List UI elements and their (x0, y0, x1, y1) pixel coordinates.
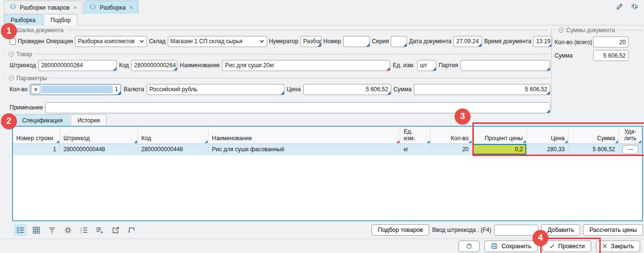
open-external-button[interactable] (109, 224, 122, 236)
collapse-icon[interactable] (9, 27, 14, 33)
collapse-icon[interactable] (9, 51, 14, 57)
collapse-icon[interactable] (558, 27, 564, 33)
group-title: Шапка документа (16, 27, 63, 34)
batch-field[interactable] (460, 60, 550, 71)
grid-view-button[interactable] (30, 224, 43, 236)
collapse-icon[interactable] (9, 75, 14, 81)
col-header-name[interactable]: Наименование (209, 127, 400, 144)
col-label: Сумма (597, 135, 615, 142)
col-header-code[interactable]: Код (138, 127, 209, 144)
col-header-unit[interactable]: Ед. изм. (400, 127, 431, 144)
list-view-button[interactable] (14, 224, 27, 236)
qty-total-field[interactable]: 20 (593, 36, 629, 48)
col-header-sum[interactable]: Сумма (569, 127, 619, 144)
qty-field[interactable]: 1 (30, 84, 121, 95)
toolbar-actions: Подбор товаров Ввод штрихкода : (F4) Доб… (372, 224, 643, 236)
warehouse-select[interactable]: Магазин 1 СП склад сырья (168, 36, 267, 47)
tab-label: Разборка (11, 17, 36, 24)
col-header-delete[interactable]: Уда- лить (619, 127, 642, 144)
cell-name: Рис для суши фасованный (209, 144, 400, 155)
barcode-field[interactable]: 2800000000264 (38, 60, 117, 71)
tab-label: Подбор (50, 17, 71, 24)
warehouse-label: Склад (149, 38, 166, 45)
operation-select[interactable]: Разборка коиплектов (75, 36, 147, 47)
view-tab-bar: Разборка Подбор (4, 14, 79, 25)
proveden-checkbox[interactable] (10, 38, 16, 45)
code-field[interactable]: 2800000000264 (131, 60, 177, 71)
post-button[interactable]: Провести (543, 241, 591, 252)
col-label: Кол-во (451, 135, 469, 142)
tab-separator-line (0, 25, 644, 25)
doc-tab-razborka[interactable]: Разборка × (84, 0, 138, 14)
cell-unit: кг (400, 144, 431, 155)
tab-label: История (77, 117, 100, 124)
sum-field[interactable]: 5 606,52 (414, 84, 550, 95)
cell-price-percent[interactable]: 0,2 (472, 144, 527, 155)
layered-diamond-icon (9, 3, 17, 12)
edit-icon[interactable] (616, 2, 624, 12)
doc-sum-label: Сумма (555, 52, 573, 59)
doc-time-label: Время документа (484, 38, 531, 45)
tab-razborka[interactable]: Разборка (4, 14, 42, 25)
doc-date-value: 27.09.24 (456, 38, 479, 45)
settings-button[interactable] (62, 224, 74, 236)
tab-podbor[interactable]: Подбор (44, 14, 77, 25)
col-header-line-no[interactable]: Номер строки (13, 127, 60, 144)
qty-total-row: Кол-во (всего) 20 (555, 36, 629, 48)
tab-close-icon[interactable]: × (74, 4, 77, 11)
price-field[interactable]: 5 606,52 (303, 84, 391, 95)
table-row[interactable]: 1 2800000000448 2800000000448 Рис для су… (13, 144, 642, 155)
note-row: Примечание (10, 102, 550, 113)
col-label: Номер строки (16, 135, 53, 142)
note-field[interactable] (45, 102, 550, 113)
col-header-qty[interactable]: Кол-во (431, 127, 472, 144)
doc-sum-field[interactable]: 5 606,52 (593, 50, 629, 61)
name-value: Рис для суши 20кг (225, 62, 274, 69)
calc-prices-button[interactable]: Рассчитать цены (583, 224, 643, 236)
chevron-down-icon (139, 39, 144, 44)
currency-field[interactable]: Российский рубль (147, 84, 285, 95)
grid-view-icon (32, 226, 40, 234)
clear-icon[interactable] (31, 85, 40, 94)
doc-time-field[interactable]: 13:19 (533, 36, 552, 47)
save-button[interactable]: Сохранить (484, 241, 537, 252)
cell-code: 2800000000448 (138, 144, 209, 155)
tab-close-icon[interactable]: × (130, 4, 134, 11)
spec-table: Номер строки Штрихкод Код Наименование Е… (12, 126, 643, 221)
button-label: Рассчитать цены (589, 227, 637, 233)
barcode-entry-input[interactable] (494, 225, 538, 236)
number-label: Номер (323, 38, 341, 45)
fit-screen-icon[interactable] (630, 2, 639, 12)
filter-button[interactable] (46, 224, 59, 236)
col-label: Уда- лить (624, 129, 636, 142)
name-field[interactable]: Рис для суши 20кг (222, 60, 390, 71)
numbered-list-button[interactable]: 1 2 3 (77, 224, 90, 236)
numerator-field[interactable]: Разборка (300, 36, 322, 47)
cell-barcode: 2800000000448 (60, 144, 138, 155)
operation-label: Операция (46, 38, 73, 45)
col-header-price[interactable]: Цена (527, 127, 569, 144)
add-button[interactable]: Добавить (541, 224, 580, 236)
code-label: Код (119, 62, 129, 69)
col-header-price-percent[interactable]: Процент цены (472, 127, 527, 144)
button-label: Сохранить (501, 243, 531, 250)
refresh-icon (465, 242, 473, 250)
podbor-tovarov-button[interactable]: Подбор товаров (372, 224, 429, 236)
cell-qty: 20 (431, 144, 472, 155)
series-field[interactable] (391, 36, 407, 47)
delete-row-button[interactable]: — (622, 145, 638, 154)
reload-button[interactable] (125, 224, 138, 236)
add-list-button[interactable] (93, 224, 106, 236)
tab-specifikaciya[interactable]: Спецификация (15, 114, 69, 126)
number-field[interactable] (343, 36, 370, 47)
refresh-button[interactable] (458, 241, 480, 252)
col-header-barcode[interactable]: Штрихкод (60, 127, 138, 144)
close-button[interactable]: Закрыть (596, 241, 640, 252)
doc-tab-razborki-tovarov[interactable]: Разборки товаров × (4, 0, 82, 14)
doc-date-field[interactable]: 27.09.24 (453, 36, 482, 47)
batch-label: Партия (439, 62, 458, 69)
spec-table-header: Номер строки Штрихкод Код Наименование Е… (13, 127, 642, 144)
tab-istoriya[interactable]: История (71, 114, 107, 126)
code-value: 2800000000264 (134, 62, 176, 69)
unit-field[interactable]: шт (417, 60, 436, 71)
